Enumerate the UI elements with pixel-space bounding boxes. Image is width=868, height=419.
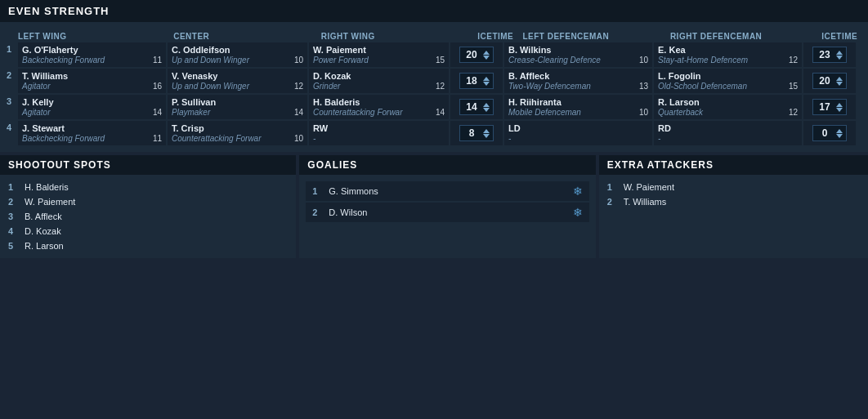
ice-3-up[interactable] bbox=[483, 103, 490, 107]
goalie-2-snowflake[interactable]: ❄ bbox=[573, 206, 583, 219]
column-headers: LEFT WING CENTER RIGHT WING ICETIME LEFT… bbox=[7, 29, 861, 42]
shootout-1: 1 H. Balderis bbox=[8, 180, 288, 194]
line-1-c[interactable]: C. Oddleifson Up and Down Winger10 bbox=[168, 42, 307, 67]
line-3: 3 J. Kelly Agitator14 P. Sullivan Playma… bbox=[7, 95, 861, 119]
rd-header: RIGHT DEFENCEMAN bbox=[670, 32, 817, 41]
line-1-ice[interactable]: 20 bbox=[450, 42, 503, 67]
line-1-ice2[interactable]: 23 bbox=[803, 42, 856, 67]
ice-1-up[interactable] bbox=[483, 51, 490, 55]
shootout-content: 1 H. Balderis 2 W. Paiement 3 B. Affleck… bbox=[0, 175, 296, 258]
extra-attackers-header: EXTRA ATTACKERS bbox=[599, 155, 868, 175]
line-3-rw[interactable]: H. Balderis Counterattacking Forwar14 bbox=[309, 95, 449, 119]
ice2-4-down[interactable] bbox=[836, 134, 843, 138]
line-3-ice2[interactable]: 17 bbox=[803, 95, 856, 119]
extra-attacker-2: 2 T. Williams bbox=[607, 194, 860, 209]
ice2-2-down[interactable] bbox=[836, 82, 843, 86]
ld-header: LEFT DEFENCEMAN bbox=[522, 32, 669, 41]
shootout-5: 5 R. Larson bbox=[8, 238, 288, 253]
line-4-ld[interactable]: LD - bbox=[504, 121, 652, 145]
ice2-1-arrows[interactable] bbox=[836, 51, 843, 60]
line-4-lw[interactable]: J. Stewart Backchecking Forward11 bbox=[18, 121, 166, 145]
ice-3-down[interactable] bbox=[483, 108, 490, 112]
goalie-1-snowflake[interactable]: ❄ bbox=[573, 185, 583, 198]
line-3-c[interactable]: P. Sullivan Playmaker14 bbox=[168, 95, 307, 119]
line-1-num: 1 bbox=[7, 42, 18, 67]
c-header: CENTER bbox=[173, 32, 320, 41]
line-4-ice[interactable]: 8 bbox=[450, 121, 503, 145]
line-2-num: 2 bbox=[7, 69, 18, 93]
shootout-spots-section: SHOOTOUT SPOTS 1 H. Balderis 2 W. Paieme… bbox=[0, 155, 296, 258]
ice2-3-up[interactable] bbox=[836, 103, 843, 107]
bottom-sections: SHOOTOUT SPOTS 1 H. Balderis 2 W. Paieme… bbox=[0, 155, 868, 258]
ice-2-up[interactable] bbox=[483, 77, 490, 81]
ice2-1-down[interactable] bbox=[836, 56, 843, 60]
even-strength-section: EVEN STRENGTH LEFT WING CENTER RIGHT WIN… bbox=[0, 0, 868, 152]
ice2-header: ICETIME bbox=[817, 32, 861, 41]
ice-4-down[interactable] bbox=[483, 134, 490, 138]
line-4-rd[interactable]: RD - bbox=[654, 121, 802, 145]
line-2: 2 T. Williams Agitator16 V. Venasky Up a… bbox=[7, 69, 861, 93]
line-3-rd[interactable]: R. Larson Quarterback12 bbox=[654, 95, 802, 119]
ice-2-down[interactable] bbox=[483, 82, 490, 86]
shootout-2: 2 W. Paiement bbox=[8, 194, 288, 209]
line-2-rd[interactable]: L. Fogolin Old-School Defenceman15 bbox=[654, 69, 802, 93]
ice-3-arrows[interactable] bbox=[483, 103, 490, 112]
shootout-3: 3 B. Affleck bbox=[8, 209, 288, 224]
line-4-ice2[interactable]: 0 bbox=[803, 121, 856, 145]
goalie-2: 2 D. Wilson ❄ bbox=[306, 203, 588, 222]
ice-header: ICETIME bbox=[468, 32, 522, 41]
lw-header: LEFT WING bbox=[18, 32, 173, 41]
ice2-2-arrows[interactable] bbox=[836, 77, 843, 86]
line-1-lw[interactable]: G. O'Flaherty Backchecking Forward11 bbox=[18, 42, 166, 67]
line-1: 1 G. O'Flaherty Backchecking Forward11 C… bbox=[7, 42, 861, 67]
ice2-1-up[interactable] bbox=[836, 51, 843, 55]
goalie-1: 1 G. Simmons ❄ bbox=[306, 181, 588, 201]
ice-1-arrows[interactable] bbox=[483, 51, 490, 60]
ice-1-down[interactable] bbox=[483, 56, 490, 60]
line-1-rw[interactable]: W. Paiement Power Forward15 bbox=[309, 42, 449, 67]
line-3-ld[interactable]: H. Riihiranta Mobile Defenceman10 bbox=[504, 95, 652, 119]
line-3-num: 3 bbox=[7, 95, 18, 119]
ice-4-arrows[interactable] bbox=[483, 129, 490, 138]
ice2-3-down[interactable] bbox=[836, 108, 843, 112]
line-2-ld[interactable]: B. Affleck Two-Way Defenceman13 bbox=[504, 69, 652, 93]
rw-header: RIGHT WING bbox=[321, 32, 468, 41]
extra-attackers-content: 1 W. Paiement 2 T. Williams bbox=[599, 175, 868, 214]
line-2-ice2[interactable]: 20 bbox=[803, 69, 856, 93]
line-3-lw[interactable]: J. Kelly Agitator14 bbox=[18, 95, 166, 119]
line-2-rw[interactable]: D. Kozak Grinder12 bbox=[309, 69, 449, 93]
goalies-content: 1 G. Simmons ❄ 2 D. Wilson ❄ bbox=[299, 175, 595, 229]
shootout-4: 4 D. Kozak bbox=[8, 224, 288, 238]
ice2-2-up[interactable] bbox=[836, 77, 843, 81]
line-4-c[interactable]: T. Crisp Counterattacking Forwar10 bbox=[168, 121, 307, 145]
line-2-c[interactable]: V. Venasky Up and Down Winger12 bbox=[168, 69, 307, 93]
ice2-4-up[interactable] bbox=[836, 129, 843, 133]
extra-attackers-section: EXTRA ATTACKERS 1 W. Paiement 2 T. Willi… bbox=[599, 155, 868, 258]
extra-attacker-1: 1 W. Paiement bbox=[607, 180, 860, 194]
line-1-rd[interactable]: E. Kea Stay-at-Home Defencem12 bbox=[654, 42, 802, 67]
goalies-header: GOALIES bbox=[299, 155, 595, 175]
line-4: 4 J. Stewart Backchecking Forward11 T. C… bbox=[7, 121, 861, 145]
ice-4-up[interactable] bbox=[483, 129, 490, 133]
line-1-ld[interactable]: B. Wilkins Crease-Clearing Defence10 bbox=[504, 42, 652, 67]
even-strength-title: EVEN STRENGTH bbox=[0, 0, 868, 22]
line-4-num: 4 bbox=[7, 121, 18, 145]
line-2-ice[interactable]: 18 bbox=[450, 69, 503, 93]
line-4-rw[interactable]: RW - bbox=[309, 121, 449, 145]
line-2-lw[interactable]: T. Williams Agitator16 bbox=[18, 69, 166, 93]
shootout-header: SHOOTOUT SPOTS bbox=[0, 155, 296, 175]
ice2-4-arrows[interactable] bbox=[836, 129, 843, 138]
ice2-3-arrows[interactable] bbox=[836, 103, 843, 112]
line-3-ice[interactable]: 14 bbox=[450, 95, 503, 119]
lines-container: 1 G. O'Flaherty Backchecking Forward11 C… bbox=[7, 42, 861, 145]
ice-2-arrows[interactable] bbox=[483, 77, 490, 86]
goalies-section: GOALIES 1 G. Simmons ❄ 2 D. Wilson ❄ bbox=[299, 155, 595, 258]
